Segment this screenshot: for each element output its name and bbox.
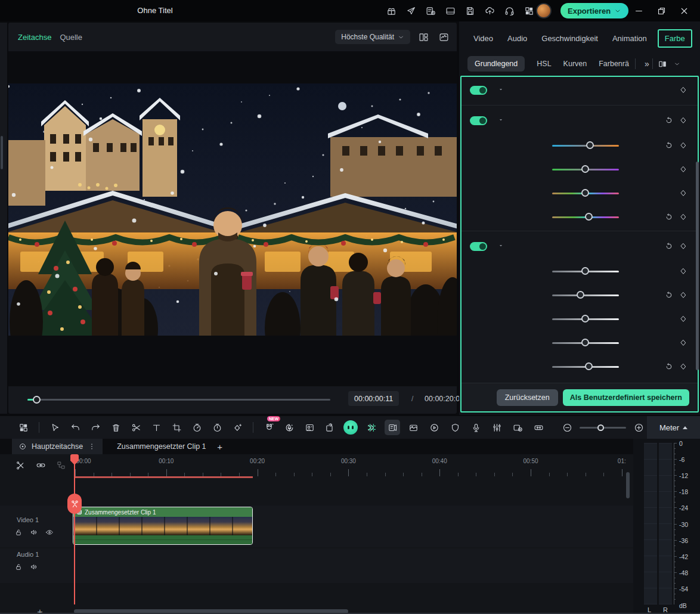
schatten-slider[interactable] (552, 362, 619, 371)
farbe-toggle[interactable] (470, 116, 487, 125)
temperatur-slider[interactable] (552, 141, 619, 150)
speaker-icon[interactable] (29, 562, 39, 572)
cursor-icon[interactable] (47, 420, 63, 435)
gift-icon[interactable] (384, 4, 398, 18)
ai-voice-icon[interactable] (281, 420, 297, 435)
grid-layout-icon[interactable] (522, 4, 536, 18)
tab-main-timeline[interactable]: Hauptzeitachse (12, 439, 103, 454)
reset-icon[interactable] (662, 210, 676, 224)
reset-icon[interactable] (662, 288, 676, 302)
save-custom-button[interactable]: Als Benutzerdefiniert speichern (563, 389, 689, 406)
keyframe-diamond-icon[interactable] (676, 83, 690, 97)
scopes-icon[interactable] (436, 30, 451, 44)
timeline-vscrollbar[interactable] (626, 472, 630, 498)
props-tab-audio[interactable]: Audio (507, 34, 527, 43)
panel-icon[interactable] (443, 4, 457, 18)
lock-icon[interactable] (13, 562, 24, 572)
left-scrollbar[interactable] (1, 136, 3, 169)
reset-icon[interactable] (662, 239, 676, 253)
lut-toggle[interactable] (470, 86, 487, 95)
compare-view-icon[interactable] (656, 57, 670, 71)
speed-icon[interactable] (189, 420, 205, 435)
keyframe-diamond-icon[interactable] (676, 336, 690, 350)
render-icon[interactable] (426, 420, 442, 435)
slider-handle[interactable] (577, 291, 584, 299)
zoom-out-icon[interactable] (559, 420, 575, 435)
export-button[interactable]: Exportieren (560, 3, 628, 18)
cloud-upload-icon[interactable] (482, 4, 497, 18)
slider-handle[interactable] (581, 315, 589, 322)
helligkeit-slider[interactable] (552, 291, 619, 299)
current-timecode[interactable]: 00:00:00:11 (348, 391, 399, 406)
preview-render-icon[interactable] (510, 420, 525, 435)
avatar[interactable] (536, 3, 552, 18)
props-tab-animation[interactable]: Animation (612, 34, 647, 43)
props-tab-geschwindigkeit[interactable]: Geschwindigkeit (541, 34, 598, 43)
licht-toggle[interactable] (470, 242, 487, 251)
subtab-hsl[interactable]: HSL (537, 60, 551, 68)
glanzlichter-slider[interactable] (552, 339, 619, 347)
voiceover-icon[interactable] (468, 420, 484, 435)
reset-icon[interactable] (662, 113, 676, 128)
subtab-more-chevrons[interactable]: » (645, 59, 649, 69)
lebendigkeit-slider[interactable] (552, 189, 619, 197)
kebab-menu-icon[interactable] (87, 442, 97, 451)
keyframe-diamond-icon[interactable] (676, 312, 690, 326)
slider-handle[interactable] (585, 213, 593, 221)
add-timeline-tab-button[interactable]: + (212, 439, 228, 454)
restore-button[interactable] (650, 0, 673, 21)
timer-icon[interactable] (209, 420, 225, 435)
crop-icon[interactable] (169, 420, 184, 435)
slider-handle[interactable] (581, 339, 589, 346)
slider-handle[interactable] (581, 189, 589, 197)
fit-timeline-icon[interactable] (531, 420, 546, 435)
export-clip-icon[interactable] (322, 420, 337, 435)
keyframe-diamond-icon[interactable] (676, 264, 690, 278)
reset-icon[interactable] (662, 359, 676, 374)
seek-handle[interactable] (33, 396, 41, 404)
reset-icon[interactable] (662, 138, 676, 153)
keyframe-add-icon[interactable] (230, 420, 245, 435)
undo-icon[interactable] (67, 420, 83, 435)
timeline-clip[interactable]: Zusammengesetzter Clip 1 (73, 507, 253, 545)
farbton-slider[interactable] (552, 165, 619, 173)
keyframe-diamond-icon[interactable] (676, 113, 690, 128)
props-scrollbar[interactable] (696, 162, 699, 370)
zoom-slider[interactable] (580, 427, 626, 429)
eye-icon[interactable] (44, 527, 55, 538)
subtab-grundlegend[interactable]: Grundlegend (467, 56, 525, 72)
meter-toggle-button[interactable]: Meter (647, 416, 700, 439)
quick-split-icon[interactable] (385, 420, 400, 435)
save-icon[interactable] (463, 4, 477, 18)
slider-handle[interactable] (581, 267, 589, 275)
ai-assistant-icon[interactable] (343, 420, 358, 435)
chevron-down-icon[interactable] (670, 57, 684, 71)
tab-zeitachse[interactable]: Zeitachse (18, 33, 51, 42)
slider-handle[interactable] (586, 141, 594, 149)
props-tab-video[interactable]: Video (473, 34, 493, 43)
redo-icon[interactable] (88, 420, 103, 435)
tasks-icon[interactable] (423, 4, 438, 18)
slider-handle[interactable] (585, 362, 593, 370)
sättigung-slider[interactable] (552, 213, 619, 221)
video-viewport[interactable] (8, 51, 457, 386)
caret-down-icon[interactable] (498, 116, 504, 125)
zoom-in-icon[interactable] (631, 420, 646, 435)
smart-reframe-icon[interactable] (364, 420, 379, 435)
delete-icon[interactable] (108, 420, 123, 435)
keyframe-diamond-icon[interactable] (676, 138, 690, 153)
kontrast-slider[interactable] (552, 315, 619, 323)
keyframe-diamond-icon[interactable] (676, 359, 690, 374)
slider-handle[interactable] (581, 165, 589, 173)
headset-icon[interactable] (502, 4, 516, 18)
keyframe-diamond-icon[interactable] (676, 288, 690, 302)
playhead-line[interactable] (74, 454, 75, 604)
keyframe-diamond-icon[interactable] (676, 186, 690, 200)
shield-icon[interactable] (447, 420, 463, 435)
keyframe-diamond-icon[interactable] (676, 210, 690, 224)
tab-compound-clip[interactable]: Zusammengesetzter Clip 1 (111, 439, 212, 454)
timeline-ruler[interactable]: 00:0000:1000:2000:3000:4000:5001: (0, 454, 633, 478)
keyframe-diamond-icon[interactable] (676, 239, 690, 253)
lock-icon[interactable] (13, 527, 24, 538)
zoom-slider-handle[interactable] (597, 424, 604, 431)
